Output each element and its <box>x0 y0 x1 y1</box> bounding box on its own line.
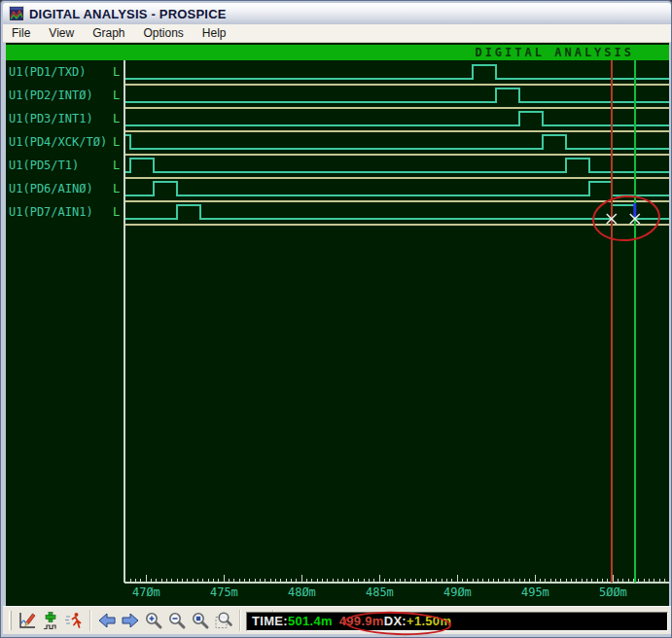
zoom-full-button[interactable] <box>189 609 212 632</box>
menu-file[interactable]: File <box>3 24 40 43</box>
zoom-in-icon <box>144 611 163 630</box>
menu-options[interactable]: Options <box>135 24 194 43</box>
channel-trace <box>124 89 669 102</box>
channel-state: L <box>113 159 120 172</box>
edit-graph-button[interactable] <box>16 609 39 632</box>
simulate-button[interactable] <box>62 609 86 632</box>
toolbar-separator <box>89 610 91 631</box>
channel-label: U1(PD4/XCK/TØ) <box>9 135 107 149</box>
x-tick-label: 49Øm <box>443 585 472 599</box>
left-arrow-icon <box>97 611 117 630</box>
channel-trace <box>124 182 669 195</box>
channel-state: L <box>113 65 120 79</box>
x-tick-label: 495m <box>521 585 549 599</box>
channel-trace <box>124 205 669 219</box>
zoom-area-button[interactable] <box>212 609 235 632</box>
dx-label: DX: <box>384 614 407 628</box>
x-tick-label: 485m <box>366 585 394 599</box>
menubar: File View Graph Options Help <box>3 24 671 43</box>
cursor-readout: TIME:501.4m499.9mDX:+1.50m <box>246 612 668 631</box>
channel-label: U1(PD7/AIN1) <box>9 205 93 219</box>
titlebar[interactable]: DIGITAL ANALYSIS - PROSPICE <box>3 3 671 24</box>
zoom-out-icon <box>167 611 187 630</box>
reference-time-value: 499.9m <box>339 614 384 628</box>
x-tick-label: 47Øm <box>132 585 160 599</box>
prospice-window: DIGITAL ANALYSIS - PROSPICE File View Gr… <box>0 0 672 638</box>
channel-label: U1(PD5/T1) <box>9 159 79 172</box>
zoom-area-icon <box>214 611 233 630</box>
menu-graph[interactable]: Graph <box>84 24 134 43</box>
channel-state: L <box>113 89 120 102</box>
channel-trace <box>124 135 669 149</box>
channel-label: U1(PD1/TXD) <box>9 65 86 79</box>
previous-button[interactable] <box>95 609 119 632</box>
zoom-in-button[interactable] <box>142 609 165 632</box>
channel-state: L <box>113 112 120 125</box>
toolbar-separator <box>239 610 241 631</box>
channel-label: U1(PD6/AINØ) <box>9 182 93 195</box>
timing-plot[interactable]: U1(PD1/TXD)LU1(PD2/INTØ)LU1(PD3/INT1)LU1… <box>6 43 669 606</box>
menu-view[interactable]: View <box>40 24 84 43</box>
next-button[interactable] <box>119 609 142 632</box>
time-label: TIME: <box>252 614 288 628</box>
menu-help[interactable]: Help <box>194 24 236 43</box>
app-icon <box>9 6 24 21</box>
channel-label: U1(PD3/INT1) <box>9 112 93 125</box>
add-trace-button[interactable] <box>39 609 62 632</box>
edit-graph-icon <box>18 611 37 630</box>
add-trace-icon <box>41 611 60 630</box>
zoom-out-button[interactable] <box>165 609 189 632</box>
channel-state: L <box>113 205 120 219</box>
channel-trace <box>124 112 669 125</box>
zoom-full-icon <box>191 611 210 630</box>
channel-state: L <box>113 182 120 195</box>
simulate-icon <box>64 611 84 630</box>
cursor-time-value: 501.4m <box>288 614 333 628</box>
toolbar: i TIME:501.4m499.9mDX:+1.50m <box>3 606 671 634</box>
x-tick-label: 5ØØm <box>599 585 627 599</box>
window-title: DIGITAL ANALYSIS - PROSPICE <box>29 7 227 21</box>
channel-label: U1(PD2/INTØ) <box>9 89 93 102</box>
toolbar-grip[interactable] <box>9 611 12 630</box>
channel-state: L <box>113 135 120 149</box>
graph-area: DIGITAL ANALYSIS U1(PD1/TXD)LU1(PD2/INTØ… <box>6 43 669 606</box>
channel-trace <box>124 159 669 172</box>
right-arrow-icon <box>121 611 140 630</box>
x-tick-label: 48Øm <box>288 585 316 599</box>
dx-value: +1.50m <box>407 614 451 628</box>
channel-trace <box>124 65 669 79</box>
x-tick-label: 475m <box>210 585 238 599</box>
